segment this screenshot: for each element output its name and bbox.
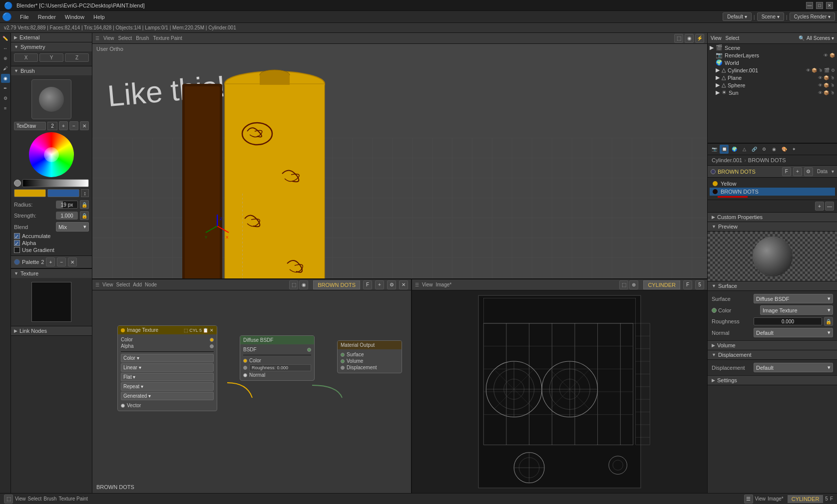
status-5[interactable]: 5 bbox=[825, 496, 828, 502]
mat-list-remove[interactable]: — bbox=[825, 202, 834, 211]
diffuse-bsdf-node[interactable]: Diffuse BSDF BSDF Color bbox=[240, 335, 315, 381]
node-node[interactable]: Node bbox=[145, 282, 157, 287]
scene-selector[interactable]: Scene ▾ bbox=[757, 12, 784, 21]
prop-material-icon[interactable]: ◉ bbox=[770, 145, 779, 154]
prop-particles-icon[interactable]: ✦ bbox=[790, 145, 799, 154]
link-nodes-header[interactable]: ▶ Link Nodes bbox=[11, 326, 92, 335]
tool-icon-8[interactable]: ≡ bbox=[1, 104, 10, 113]
select-label[interactable]: Select bbox=[118, 35, 132, 41]
background-color[interactable] bbox=[47, 189, 79, 197]
outliner-item-cylinder[interactable]: ▶ △ Cylinder.001 👁 📦 🖱 🎬 ⚙ bbox=[714, 66, 837, 74]
tool-icon-1[interactable]: ✏️ bbox=[1, 34, 10, 43]
colorspace-dropdown[interactable]: Color ▾ bbox=[121, 354, 214, 362]
texture-paint-label[interactable]: Texture Paint bbox=[153, 35, 182, 41]
status-icon-r1[interactable]: ☰ bbox=[744, 495, 753, 504]
color-wheel[interactable] bbox=[29, 132, 74, 177]
node-icon-1[interactable]: ⬚ bbox=[289, 280, 298, 289]
prop-render-icon[interactable]: 📷 bbox=[710, 145, 719, 154]
mat-add[interactable]: + bbox=[793, 167, 802, 176]
mat-f[interactable]: F bbox=[782, 167, 791, 176]
viewport-icon-2[interactable]: ◉ bbox=[685, 34, 694, 43]
material-brown-dots[interactable]: BROWN DOTS bbox=[710, 188, 835, 196]
radius-slider[interactable]: 19 px bbox=[56, 201, 78, 209]
image-texture-node[interactable]: Image Texture ⬚ CYL 5 📋 ✕ Color Alpha bbox=[117, 325, 217, 411]
minimize-button[interactable]: — bbox=[806, 2, 813, 9]
symmetry-header[interactable]: ▼ Symmetry bbox=[11, 42, 92, 51]
palette-close[interactable]: ✕ bbox=[68, 257, 77, 266]
select-menu[interactable]: Select bbox=[726, 35, 740, 41]
status-icon-1[interactable]: ⬚ bbox=[4, 495, 13, 504]
color-in-socket[interactable] bbox=[243, 359, 247, 363]
search-icon[interactable]: 🔍 bbox=[799, 35, 805, 41]
palette-add[interactable]: + bbox=[46, 257, 55, 266]
surface-in-socket[interactable] bbox=[341, 353, 345, 357]
tool-icon-7[interactable]: ⚙ bbox=[1, 94, 10, 103]
uv-num[interactable]: 5 bbox=[695, 280, 704, 289]
outliner-item-scene[interactable]: ▶ 🎬 Scene bbox=[708, 44, 837, 51]
color-out-socket[interactable] bbox=[210, 338, 214, 342]
status-select[interactable]: Select bbox=[28, 496, 42, 502]
tool-icon-2[interactable]: ↔ bbox=[1, 44, 10, 53]
texdraw-close[interactable]: ✕ bbox=[80, 121, 89, 130]
menu-help[interactable]: Help bbox=[89, 13, 109, 21]
bsdf-out-socket[interactable] bbox=[307, 348, 311, 352]
material-output-node[interactable]: Material Output Surface Volume bbox=[337, 340, 402, 373]
displacement-dropdown[interactable]: Default ▾ bbox=[754, 363, 833, 372]
vector-in-socket[interactable] bbox=[121, 404, 125, 408]
foreground-color[interactable] bbox=[14, 189, 46, 197]
texture-preview[interactable] bbox=[31, 282, 71, 322]
uv-image[interactable]: Image* bbox=[436, 282, 452, 287]
external-header[interactable]: ▶ External bbox=[11, 33, 92, 42]
tool-icon-5[interactable]: ◉ bbox=[1, 74, 10, 83]
status-view[interactable]: View bbox=[15, 496, 26, 502]
mat-settings[interactable]: ⚙ bbox=[804, 167, 813, 176]
viewport-canvas[interactable]: Like this! bbox=[92, 44, 707, 278]
uv-icon-2[interactable]: ⊕ bbox=[629, 280, 638, 289]
roughness-value-field[interactable]: Roughness: 0.000 bbox=[249, 364, 311, 371]
menu-file[interactable]: File bbox=[16, 13, 33, 21]
status-view2[interactable]: View bbox=[755, 496, 766, 502]
prop-world-icon[interactable]: 🌍 bbox=[730, 145, 739, 154]
view-menu[interactable]: View bbox=[711, 35, 722, 41]
uv-canvas[interactable] bbox=[412, 290, 707, 493]
mat-list-add[interactable]: + bbox=[815, 202, 824, 211]
outliner-item-plane[interactable]: ▶ △ Plane 👁 📦 🖱 bbox=[714, 74, 837, 81]
viewport-icon-1[interactable]: ⬚ bbox=[674, 34, 683, 43]
brightness-slider[interactable] bbox=[22, 179, 89, 187]
strength-lock[interactable]: 🔒 bbox=[80, 211, 89, 220]
prop-constraint-icon[interactable]: 🔗 bbox=[750, 145, 759, 154]
node-f[interactable]: F bbox=[363, 280, 372, 289]
sym-z-button[interactable]: Z bbox=[65, 53, 89, 62]
preview-header[interactable]: ▼ Preview bbox=[708, 222, 837, 232]
roughness-slider[interactable]: 0.000 bbox=[754, 317, 822, 325]
displacement-header[interactable]: ▼ Displacement bbox=[708, 350, 837, 360]
palette-remove[interactable]: − bbox=[57, 257, 66, 266]
texture-header[interactable]: ▼ Texture bbox=[11, 269, 92, 278]
projection-dropdown[interactable]: Flat ▾ bbox=[121, 373, 214, 381]
breadcrumb-cylinder[interactable]: Cylinder.001 bbox=[712, 157, 742, 163]
prop-object-icon[interactable]: △ bbox=[740, 145, 749, 154]
outliner-item-renderlayers[interactable]: 📷 RenderLayers 👁 📦 bbox=[714, 51, 837, 59]
strength-slider[interactable]: 1.000 bbox=[56, 212, 78, 220]
node-settings[interactable]: ⚙ bbox=[387, 280, 396, 289]
status-brush[interactable]: Brush bbox=[43, 496, 56, 502]
normal-in-socket[interactable] bbox=[243, 373, 247, 377]
alpha-checkbox[interactable]: ✓ bbox=[14, 240, 20, 246]
outliner-item-sphere[interactable]: ▶ △ Sphere 👁 📦 🖱 bbox=[714, 81, 837, 89]
alpha-out-socket[interactable] bbox=[210, 344, 214, 348]
node-close[interactable]: ✕ bbox=[399, 280, 408, 289]
node-view[interactable]: View bbox=[102, 282, 113, 287]
texdraw-select[interactable]: TexDraw bbox=[14, 122, 46, 130]
data-arrow[interactable]: ▾ bbox=[832, 169, 834, 174]
status-texturepaint[interactable]: Texture Paint bbox=[58, 496, 87, 502]
accumulate-checkbox[interactable]: ✓ bbox=[14, 233, 20, 239]
blend-dropdown[interactable]: Mix ▾ bbox=[56, 222, 89, 232]
normal-dropdown[interactable]: Default ▾ bbox=[754, 328, 833, 337]
breadcrumb-material[interactable]: BROWN DOTS bbox=[748, 157, 786, 163]
prop-scene-icon[interactable]: 🔲 bbox=[720, 145, 729, 154]
source-dropdown[interactable]: Generated ▾ bbox=[121, 392, 214, 400]
prop-texture-icon[interactable]: 🎨 bbox=[780, 145, 789, 154]
brush-header[interactable]: ▼ Brush bbox=[11, 66, 92, 75]
sym-y-button[interactable]: Y bbox=[39, 53, 63, 62]
use-gradient-checkbox[interactable] bbox=[14, 247, 20, 253]
